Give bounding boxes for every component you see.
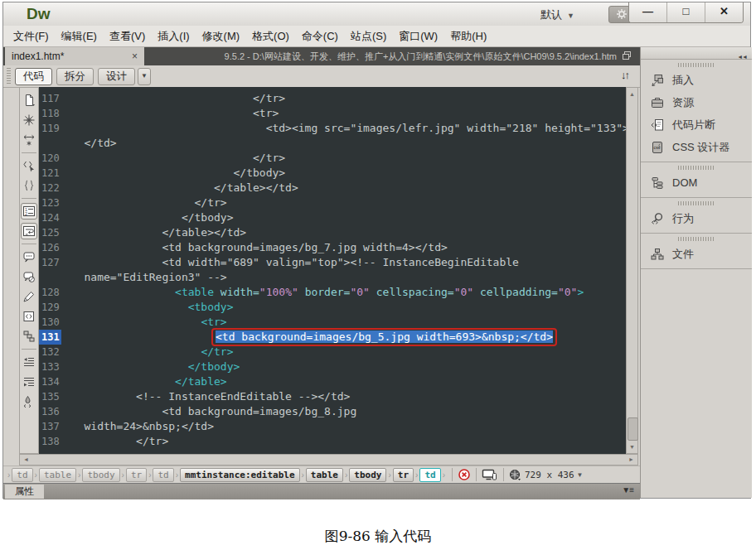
menu-item[interactable]: 插入(I) [158,29,189,44]
code-line[interactable]: 121 </tbody> [39,166,626,181]
maximize-button[interactable]: □ [666,2,705,22]
menu-item[interactable]: 窗口(W) [399,29,438,44]
horizontal-scrollbar[interactable]: ◄ ► [19,454,638,466]
menu-item[interactable]: 站点(S) [351,29,386,44]
code-view-button[interactable]: 代码 [15,68,52,85]
code-text: <table width="100%" border="0" cellspaci… [61,285,584,300]
tag-selector-item[interactable]: td [12,468,32,482]
tag-selector-item[interactable]: table [39,468,76,482]
code-line[interactable]: 137 width=24>&nbsp;</td> [39,419,626,434]
indent-icon[interactable] [21,374,37,390]
properties-tab[interactable]: 属性 [5,485,44,499]
window-size-globe-icon[interactable] [509,469,521,481]
chevron-down-icon[interactable]: ▼ [577,471,584,479]
document-tab[interactable]: index1.htm* × [5,47,144,65]
minimize-button[interactable]: — [629,2,666,22]
menu-item[interactable]: 修改(M) [202,29,240,44]
tagbar-scroll-icon[interactable]: › [7,470,10,480]
format-source-icon[interactable] [21,393,37,410]
panel-gripper[interactable] [678,236,715,241]
code-line[interactable]: 120 </tr> [39,151,626,166]
code-line[interactable]: 125 </table></td> [39,225,626,240]
code-line[interactable]: 127 <td width="689" valign="top"><!-- In… [39,255,626,270]
menu-item[interactable]: 命令(C) [302,29,338,44]
code-navigator-icon[interactable] [21,112,37,128]
workspace-switcher[interactable]: 默认▼ [540,7,574,22]
design-view-button[interactable]: 设计 [98,68,135,85]
tag-selector-item[interactable]: td [153,468,173,482]
code-line[interactable]: 128 <table width="100%" border="0" cells… [39,285,626,300]
vertical-scroll-thumb[interactable] [628,417,638,441]
menu-item[interactable]: 帮助(H) [450,29,487,44]
tag-selector-item[interactable]: table [306,468,343,482]
code-line[interactable]: 133 </tbody> [39,359,626,374]
menu-item[interactable]: 编辑(E) [61,29,97,44]
code-line[interactable]: 124 </tbody> [39,210,626,225]
move-css-icon[interactable] [21,328,37,345]
menu-item[interactable]: 格式(O) [252,29,289,44]
scroll-right-icon[interactable]: ► [626,455,637,465]
balance-braces-icon[interactable] [21,177,37,194]
panel-gripper[interactable] [678,62,715,67]
code-line[interactable]: </td> [39,136,626,151]
preview-devices-icon[interactable] [482,468,498,481]
line-numbers-icon[interactable]: 12 [21,203,37,220]
scroll-left-icon[interactable]: ◄ [21,455,32,465]
outdent-icon[interactable] [21,354,37,370]
code-line[interactable]: 118 <tr> [39,106,626,121]
menu-item[interactable]: 文件(F) [13,29,49,44]
tag-selector-item[interactable]: tbody [349,468,386,482]
vertical-scrollbar[interactable]: ▲ ▼ [626,87,638,454]
panel-tab-DOM[interactable]: DOM [641,171,752,194]
code-line[interactable]: 129 <tbody> [39,300,626,315]
view-dropdown-icon[interactable]: ▼ [138,68,151,85]
code-line[interactable]: 132 </tr> [39,345,626,359]
tag-selector-item[interactable]: tr [393,468,414,482]
tag-selector-item[interactable]: tr [126,468,147,482]
tag-selector-item[interactable]: tbody [82,468,119,482]
code-navigate-icon[interactable]: ↓↑ [621,69,628,81]
code-line[interactable]: 136 <td background=images/bg_8.jpg [39,404,626,419]
recent-snippets-icon[interactable] [21,308,37,325]
remove-comment-icon[interactable] [21,268,37,285]
code-line[interactable]: name="EditRegion3" --> [39,270,626,285]
panel-menu-icon[interactable]: ▼≡ [622,485,633,495]
panel-tab-插入[interactable]: 插入 [641,69,752,91]
panel-gripper[interactable] [678,200,715,205]
wrap-tag-icon[interactable] [21,288,37,305]
select-parent-tag-icon[interactable] [21,157,37,174]
code-line[interactable]: 134 </table> [39,374,626,389]
code-line[interactable]: 138 </tr> [39,434,626,449]
panel-tab-CSS 设计器[interactable]: cssCSS 设计器 [641,136,752,158]
toolbar-gripper[interactable] [7,68,11,84]
tag-selector-item[interactable]: td [419,468,440,482]
code-line[interactable]: 131 <td background=images/bg_5.jpg width… [39,330,626,345]
open-documents-icon[interactable] [21,92,37,109]
window-size-value[interactable]: 729 x 436 [525,470,574,480]
code-line[interactable]: 123 </tr> [39,195,626,210]
code-line[interactable]: 135 <!-- InstanceEndEditable --></td> [39,389,626,404]
panel-gripper[interactable] [678,165,715,170]
panel-tab-资源[interactable]: 资源 [641,91,752,113]
close-button[interactable]: ✕ [705,2,743,22]
menu-item[interactable]: 查看(V) [109,29,145,44]
split-view-button[interactable]: 拆分 [56,68,94,85]
close-tab-icon[interactable]: × [132,51,138,62]
code-line[interactable]: 122 </table></td> [39,181,626,195]
panel-tab-代码片断[interactable]: 代码片断 [641,113,752,136]
code-line[interactable]: 119 <td><img src="images/lefr.jpg" width… [39,121,626,136]
validation-error-icon[interactable] [458,468,471,481]
show-hidden-icon[interactable] [21,132,37,148]
scroll-down-icon[interactable]: ▼ [627,441,637,452]
word-wrap-icon[interactable] [21,223,37,239]
code-editor[interactable]: 117 </tr>118 <tr>119 <td><img src="image… [39,87,626,454]
panel-tab-行为[interactable]: 行为 [641,207,752,229]
scroll-up-icon[interactable]: ▲ [627,89,637,99]
code-line[interactable]: 117 </tr> [39,91,626,106]
tag-selector-item[interactable]: mmtinstance:editable [180,468,299,482]
restore-window-icon[interactable] [622,51,632,60]
code-line[interactable]: 126 <td background=images/bg_7.jpg width… [39,240,626,255]
collapse-panels-icon[interactable]: ◄◄ [737,54,747,60]
panel-tab-文件[interactable]: 文件 [641,243,752,265]
apply-comment-icon[interactable] [21,248,37,265]
